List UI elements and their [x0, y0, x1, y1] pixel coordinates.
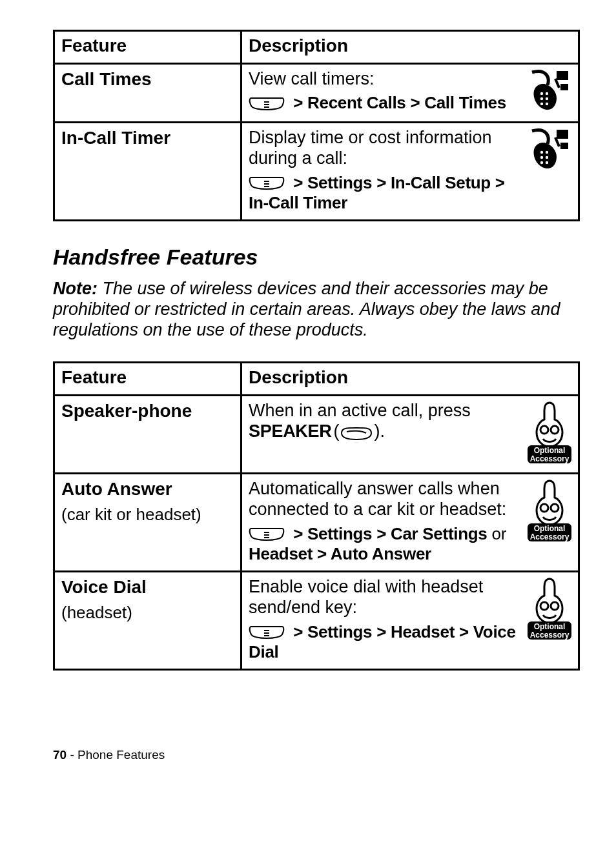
- table-row: Auto Answer (car kit or headset) Automat…: [54, 473, 579, 571]
- svg-point-19: [546, 156, 548, 159]
- svg-point-9: [540, 103, 543, 105]
- svg-rect-2: [264, 106, 269, 108]
- svg-rect-28: [264, 534, 269, 536]
- network-feature-icon: [526, 127, 573, 174]
- description-text: When in an active call, press: [249, 401, 471, 420]
- svg-text:Accessory: Accessory: [530, 454, 570, 463]
- feature-name: Auto Answer: [61, 478, 235, 500]
- feature-subtext: (headset): [61, 603, 235, 623]
- description-suffix: .: [380, 421, 385, 441]
- svg-rect-4: [560, 84, 568, 90]
- key-label: SPEAKER: [249, 421, 331, 441]
- col-header-description: Description: [241, 362, 579, 395]
- feature-subtext: (car kit or headset): [61, 505, 235, 525]
- menu-path: > Settings > Headset > Voice Dial: [249, 622, 516, 661]
- note-text: The use of wireless devices and their ac…: [53, 279, 560, 339]
- optional-accessory-icon: Optional Accessory: [526, 400, 573, 466]
- svg-rect-12: [264, 183, 269, 185]
- svg-rect-36: [264, 632, 269, 634]
- svg-rect-35: [264, 630, 269, 631]
- col-header-feature: Feature: [54, 31, 241, 64]
- svg-rect-14: [557, 130, 568, 139]
- right-softkey-icon: [340, 427, 373, 441]
- col-header-description: Description: [241, 31, 579, 64]
- table-row: Call Times View call timers:: [54, 64, 579, 123]
- description-text: Display time or cost information during …: [249, 128, 492, 168]
- menu-path: > Settings > Car Settings: [293, 524, 491, 543]
- svg-text:Optional: Optional: [534, 524, 566, 533]
- menu-key-icon: [249, 527, 285, 543]
- svg-point-7: [540, 97, 543, 100]
- table-row: In-Call Timer Display time or cost infor…: [54, 123, 579, 221]
- footer-sep: -: [67, 748, 77, 762]
- svg-text:Optional: Optional: [534, 622, 566, 631]
- path-or: or: [491, 524, 506, 543]
- menu-key-icon: [249, 176, 285, 192]
- optional-accessory-icon: Optional Accessory: [526, 478, 573, 544]
- page-number: 70: [53, 748, 67, 762]
- description-text: View call timers:: [249, 69, 375, 88]
- svg-rect-0: [264, 101, 269, 103]
- svg-point-8: [546, 97, 548, 100]
- feature-name: Call Times: [61, 68, 235, 90]
- menu-key-icon: [249, 97, 285, 112]
- svg-rect-3: [557, 71, 568, 80]
- optional-accessory-icon: Optional Accessory: [526, 576, 573, 642]
- feature-name: In-Call Timer: [61, 127, 235, 149]
- handsfree-features-table: Feature Description Speaker-phone When i…: [53, 361, 580, 671]
- svg-point-21: [546, 161, 548, 164]
- menu-path: > Settings > In-Call Setup > In-Call Tim…: [249, 173, 505, 212]
- page-footer: 70 - Phone Features: [53, 748, 580, 762]
- description-text: Enable voice dial with headset send/end …: [249, 577, 483, 617]
- svg-rect-1: [264, 104, 269, 105]
- svg-point-6: [546, 92, 548, 95]
- call-features-table: Feature Description Call Times View call…: [53, 30, 580, 221]
- table-row: Speaker-phone When in an active call, pr…: [54, 395, 579, 473]
- footer-section: Phone Features: [77, 748, 165, 762]
- svg-rect-27: [264, 532, 269, 533]
- svg-point-20: [540, 161, 543, 164]
- network-feature-icon: [526, 68, 573, 115]
- handsfree-note: Note: The use of wireless devices and th…: [53, 279, 580, 341]
- svg-point-17: [546, 151, 548, 154]
- svg-point-16: [540, 151, 543, 154]
- svg-text:Accessory: Accessory: [530, 532, 570, 541]
- section-title-handsfree: Handsfree Features: [53, 245, 580, 270]
- menu-path: > Recent Calls > Call Times: [293, 93, 506, 112]
- svg-rect-29: [264, 537, 269, 538]
- svg-text:Optional: Optional: [534, 446, 566, 455]
- menu-path-line2: Headset > Auto Answer: [249, 544, 431, 563]
- description-text: Automatically answer calls when connecte…: [249, 479, 506, 519]
- menu-key-icon: [249, 625, 285, 641]
- feature-name: Speaker-phone: [61, 400, 235, 422]
- note-label: Note:: [53, 279, 98, 298]
- svg-rect-13: [264, 186, 269, 187]
- svg-point-5: [540, 92, 543, 95]
- svg-rect-37: [264, 635, 269, 636]
- svg-text:Accessory: Accessory: [530, 631, 570, 640]
- svg-rect-15: [560, 143, 568, 149]
- svg-point-10: [546, 103, 548, 105]
- table-row: Voice Dial (headset) Enable voice dial w…: [54, 571, 579, 669]
- svg-point-18: [540, 156, 543, 159]
- col-header-feature: Feature: [54, 362, 241, 395]
- svg-rect-11: [264, 181, 269, 182]
- feature-name: Voice Dial: [61, 576, 235, 598]
